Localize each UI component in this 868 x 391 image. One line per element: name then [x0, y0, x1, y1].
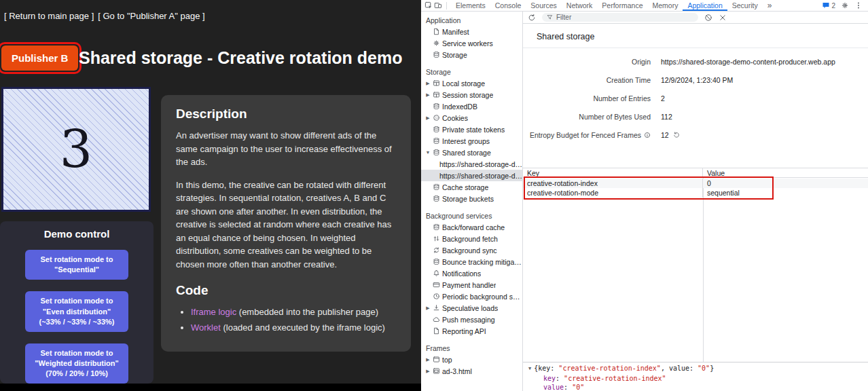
sidebar-item-push-messaging[interactable]: Push messaging — [421, 314, 522, 325]
table-icon — [433, 91, 440, 98]
preview-property-name: value — [543, 384, 564, 391]
meta-value: 2 — [651, 94, 665, 103]
sidebar-item-service-workers[interactable]: Service workers — [421, 37, 522, 49]
table-header: KeyValue — [523, 168, 868, 178]
sidebar-item-https-shared-storage-d[interactable]: https://shared-storage-d… — [421, 158, 522, 170]
page-title: Shared storage - Creative rotation demo — [79, 48, 403, 68]
preview-property-key: key: "creative-rotation-index" — [528, 374, 868, 383]
sidebar-item-https-shared-storage-d[interactable]: https://shared-storage-d… — [421, 170, 522, 181]
metadata-section: Originhttps://shared-storage-demo-conten… — [523, 52, 868, 144]
sidebar-item-bounce-tracking-mitiga[interactable]: Bounce tracking mitiga… — [421, 256, 522, 267]
rotation-mode-button-1[interactable]: Set rotation mode to "Sequential" — [25, 250, 128, 280]
sidebar-item-local-storage[interactable]: ▶Local storage — [421, 77, 522, 89]
sidebar-item-indexeddb[interactable]: IndexedDB — [421, 100, 522, 112]
cell-key: creative-rotation-index — [523, 179, 703, 188]
clock-icon — [433, 293, 440, 300]
tab-elements[interactable]: Elements — [451, 0, 490, 11]
issues-badge[interactable]: 2 — [822, 1, 835, 10]
caret-collapsed-icon[interactable]: ▶ — [425, 357, 431, 362]
sidebar-item-cookies[interactable]: ▶Cookies — [421, 112, 522, 124]
database-icon — [433, 195, 440, 202]
meta-label: Number of Entries — [523, 94, 651, 103]
caret-collapsed-icon[interactable]: ▶ — [425, 115, 431, 121]
rotation-mode-button-2[interactable]: Set rotation mode to "Even distribution"… — [25, 291, 128, 332]
sidebar-item-storage-buckets[interactable]: Storage buckets — [421, 193, 522, 204]
sidebar-item-label: Cache storage — [442, 183, 488, 191]
preview-summary[interactable]: ▼{key: "creative-rotation-index", value:… — [528, 364, 868, 374]
device-toolbar-icon[interactable] — [434, 1, 442, 10]
sidebar-item-label: Push messaging — [442, 316, 495, 324]
refresh-icon[interactable] — [528, 14, 536, 22]
tab-security[interactable]: Security — [727, 0, 763, 11]
object-preview-pane: ▼{key: "creative-rotation-index", value:… — [523, 362, 868, 391]
nav-link-go-to-publisher-a-page[interactable]: [ Go to "Publisher A" page ] — [98, 11, 204, 21]
column-header-value[interactable]: Value — [703, 168, 868, 177]
sidebar-item-label: ad-3.html — [442, 367, 472, 375]
sidebar-item-reporting-api[interactable]: Reporting API — [421, 325, 522, 337]
caret-collapsed-icon[interactable]: ▶ — [425, 369, 431, 374]
sidebar-item-cache-storage[interactable]: Cache storage — [421, 181, 522, 193]
sidebar-item-label: Periodic background s… — [442, 293, 520, 301]
sidebar-item-top[interactable]: ▶top — [421, 354, 522, 365]
sidebar-item-interest-groups[interactable]: Interest groups — [421, 135, 522, 147]
table-rows: creative-rotation-index0creative-rotatio… — [523, 179, 868, 198]
sidebar-item-label: Session storage — [442, 91, 493, 99]
gear-icon[interactable] — [841, 1, 849, 10]
tab-console[interactable]: Console — [490, 0, 526, 11]
sidebar-item-periodic-background-s[interactable]: Periodic background s… — [421, 291, 522, 302]
meta-value: 12 — [651, 131, 680, 139]
devtools-main-panel: Filter Shared storage Originhttps://shar… — [523, 12, 868, 391]
code-link-worklet[interactable]: Worklet — [191, 322, 221, 333]
sidebar-item-notifications[interactable]: Notifications — [421, 267, 522, 279]
sidebar-item-payment-handler[interactable]: Payment handler — [421, 279, 522, 291]
sidebar-item-private-state-tokens[interactable]: Private state tokens — [421, 124, 522, 135]
caret-expanded-icon[interactable]: ▼ — [425, 150, 431, 155]
sidebar-item-background-fetch[interactable]: Background fetch — [421, 233, 522, 244]
code-list-item: Worklet (loaded and executed by the ifra… — [191, 321, 396, 335]
devtools-window: ElementsConsoleSourcesNetworkPerformance… — [421, 0, 868, 391]
code-link-iframe-logic[interactable]: Iframe logic — [191, 307, 236, 317]
more-tabs-button[interactable]: » — [764, 1, 776, 10]
shared-storage-view: Shared storage Originhttps://shared-stor… — [523, 24, 868, 362]
table-row-creative-rotation-index[interactable]: creative-rotation-index0 — [523, 179, 868, 188]
meta-value-text: 112 — [661, 113, 672, 121]
expand-caret-icon[interactable]: ▼ — [528, 365, 531, 373]
sidebar-item-background-sync[interactable]: Background sync — [421, 244, 522, 256]
rotation-mode-button-3[interactable]: Set rotation mode to "Weighted distribut… — [25, 343, 128, 384]
table-icon — [433, 79, 440, 87]
meta-value: https://shared-storage-demo-content-prod… — [651, 58, 835, 66]
description-paragraph-1: An advertiser may want to show different… — [176, 129, 396, 169]
sidebar-item-label: https://shared-storage-d… — [439, 172, 522, 180]
tab-application[interactable]: Application — [683, 0, 727, 11]
sidebar-item-back-forward-cache[interactable]: Back/forward cache — [421, 221, 522, 233]
tab-sources[interactable]: Sources — [526, 0, 562, 11]
caret-collapsed-icon[interactable]: ▶ — [425, 305, 431, 311]
database-icon — [433, 223, 440, 231]
info-icon — [644, 132, 651, 138]
inspect-icon[interactable] — [424, 1, 433, 10]
issues-count: 2 — [831, 2, 835, 10]
reset-icon[interactable] — [673, 132, 680, 138]
close-icon[interactable] — [719, 14, 727, 22]
caret-collapsed-icon[interactable]: ▶ — [425, 81, 431, 86]
kebab-menu-icon[interactable] — [854, 1, 863, 10]
sidebar-section-title: Storage — [421, 66, 522, 77]
column-header-key[interactable]: Key — [523, 168, 703, 177]
filter-input[interactable]: Filter — [542, 13, 698, 22]
tab-network[interactable]: Network — [562, 0, 598, 11]
table-row-creative-rotation-mode[interactable]: creative-rotation-modesequential — [523, 188, 868, 198]
sidebar-item-manifest[interactable]: Manifest — [421, 26, 522, 37]
sidebar-item-shared-storage[interactable]: ▼Shared storage — [421, 147, 522, 158]
meta-value-text: 12 — [661, 131, 669, 139]
nav-link-return-to-main-page[interactable]: [ Return to main page ] — [4, 11, 94, 21]
tab-performance[interactable]: Performance — [597, 0, 647, 11]
tab-memory[interactable]: Memory — [647, 0, 683, 11]
sidebar-item-session-storage[interactable]: ▶Session storage — [421, 89, 522, 100]
caret-collapsed-icon[interactable]: ▶ — [425, 92, 431, 98]
publisher-b-button[interactable]: Publisher B — [1, 45, 78, 71]
clear-all-icon[interactable] — [704, 14, 712, 22]
sidebar-item-ad-3-html[interactable]: ▶ad-3.html — [421, 365, 522, 377]
sidebar-item-storage[interactable]: Storage — [421, 49, 522, 60]
tabbar-separator — [446, 2, 447, 10]
sidebar-item-speculative-loads[interactable]: ▶Speculative loads — [421, 302, 522, 314]
